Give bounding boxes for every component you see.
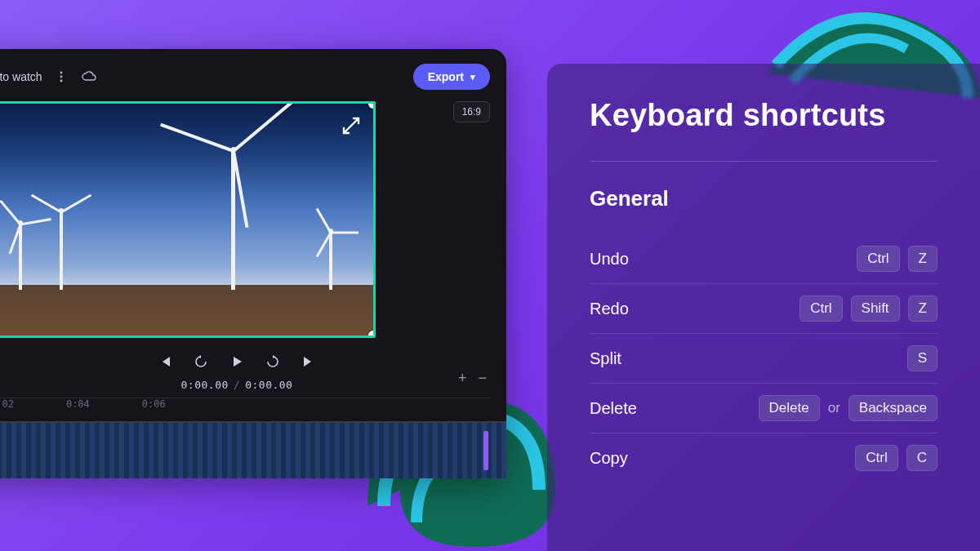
video-editor-window: ne to watch Export ▾ bbox=[0, 49, 506, 478]
keycap: Z bbox=[908, 246, 938, 272]
shortcut-row: RedoCtrlShiftZ bbox=[590, 284, 938, 334]
export-button-label: Export bbox=[428, 70, 464, 83]
svg-point-0 bbox=[60, 72, 62, 74]
shortcut-keys: S bbox=[907, 345, 938, 371]
resize-handle[interactable] bbox=[368, 101, 376, 109]
transport-controls bbox=[0, 353, 490, 371]
panel-title: Keyboard shortcuts bbox=[590, 98, 938, 133]
divider bbox=[590, 161, 938, 162]
keycap: Delete bbox=[759, 395, 820, 421]
shortcut-keys: DeleteorBackspace bbox=[759, 395, 938, 421]
shortcut-label: Copy bbox=[590, 449, 628, 468]
shortcut-label: Redo bbox=[590, 300, 629, 318]
timecode-display: 0:00.00 / 0:00.00 bbox=[0, 379, 490, 391]
timeline-ruler[interactable]: 0:02 0:04 0:06 bbox=[0, 398, 490, 413]
section-heading: General bbox=[590, 186, 938, 211]
shortcut-keys: CtrlC bbox=[855, 445, 938, 471]
shortcut-keys: CtrlZ bbox=[857, 246, 938, 272]
keycap: Ctrl bbox=[800, 295, 842, 322]
shortcut-label: Undo bbox=[590, 250, 629, 269]
keyboard-shortcuts-panel: Keyboard shortcuts General UndoCtrlZRedo… bbox=[547, 64, 980, 551]
shortcut-label: Delete bbox=[590, 399, 637, 418]
timeline-track[interactable] bbox=[0, 421, 506, 478]
zoom-out-button[interactable]: − bbox=[478, 370, 487, 387]
keycap: C bbox=[906, 445, 938, 471]
keycap: S bbox=[907, 345, 938, 371]
play-button[interactable] bbox=[228, 353, 246, 371]
keycap: Backspace bbox=[849, 395, 938, 421]
resize-diagonal-icon bbox=[341, 115, 362, 141]
timeline-zoom-controls: + − bbox=[458, 370, 487, 387]
aspect-ratio-label: 16:9 bbox=[462, 106, 481, 118]
video-canvas[interactable] bbox=[0, 101, 376, 338]
resize-handle[interactable] bbox=[368, 331, 376, 338]
shortcut-row: DeleteDeleteorBackspace bbox=[590, 384, 938, 433]
skip-forward-button[interactable] bbox=[300, 353, 318, 371]
svg-point-2 bbox=[60, 80, 62, 82]
aspect-ratio-selector[interactable]: 16:9 bbox=[453, 101, 490, 122]
shortcut-row: SplitS bbox=[590, 334, 938, 384]
project-title: ne to watch bbox=[0, 70, 42, 83]
timecode-current: 0:00.00 bbox=[181, 379, 229, 391]
ruler-mark: 0:02 bbox=[0, 398, 14, 410]
svg-point-1 bbox=[60, 76, 62, 78]
editor-toolbar: ne to watch Export ▾ bbox=[0, 64, 490, 90]
keycap: Shift bbox=[851, 295, 900, 322]
ruler-mark: 0:06 bbox=[142, 398, 166, 410]
forward-button[interactable] bbox=[264, 353, 282, 371]
zoom-in-button[interactable]: + bbox=[458, 370, 467, 387]
timecode-total: 0:00.00 bbox=[245, 379, 292, 391]
shortcut-row: CopyCtrlC bbox=[590, 433, 938, 482]
chevron-down-icon: ▾ bbox=[470, 72, 475, 82]
keycap: Ctrl bbox=[857, 246, 899, 272]
shortcut-row: UndoCtrlZ bbox=[590, 234, 938, 284]
skip-back-button[interactable] bbox=[156, 353, 174, 371]
shortcut-label: Split bbox=[590, 349, 621, 368]
cloud-sync-icon[interactable] bbox=[80, 68, 98, 86]
keycap: Ctrl bbox=[855, 445, 898, 471]
kebab-menu-icon[interactable] bbox=[52, 68, 70, 86]
ruler-mark: 0:04 bbox=[66, 398, 90, 410]
keycap: Z bbox=[908, 295, 938, 322]
or-separator: or bbox=[828, 400, 840, 416]
export-button[interactable]: Export ▾ bbox=[413, 64, 490, 90]
shortcut-keys: CtrlShiftZ bbox=[800, 295, 938, 322]
rewind-button[interactable] bbox=[192, 353, 210, 371]
